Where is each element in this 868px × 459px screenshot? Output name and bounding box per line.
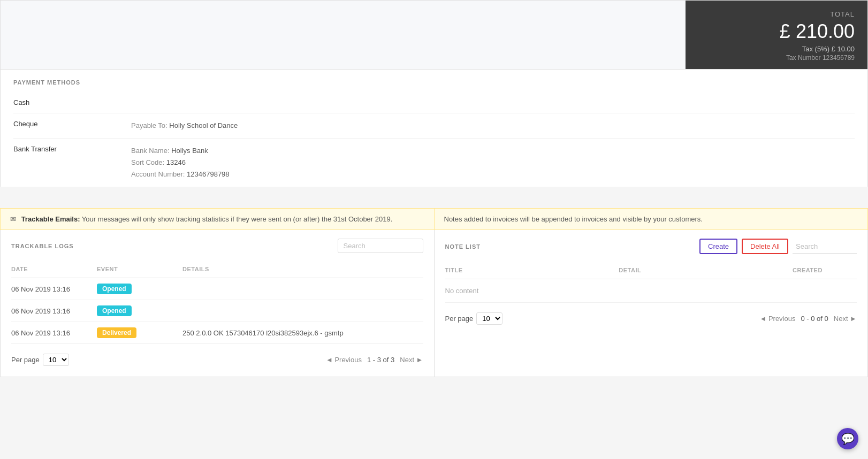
notes-col-detail: DETAIL: [619, 265, 793, 276]
bottom-section: TRACKABLE LOGS DATE EVENT DETAILS 06 Nov…: [0, 230, 868, 377]
trackable-logs-pagination: Per page 10 25 50 ◄ Previous 1 - 3 of 3 …: [11, 348, 423, 368]
note-no-content: No content: [445, 279, 857, 303]
logs-per-page-select[interactable]: 10 25 50: [43, 354, 69, 366]
log-event-3: Delivered: [97, 327, 182, 338]
logs-per-page-label: Per page: [11, 356, 40, 364]
notes-col-title: TITLE: [445, 265, 619, 276]
payment-cheque-detail: Payable To: Holly School of Dance: [131, 120, 855, 132]
log-date-1: 06 Nov 2019 13:16: [11, 285, 97, 293]
log-event-2: Opened: [97, 305, 182, 316]
envelope-icon: ✉: [10, 215, 16, 223]
note-list-actions: Create Delete All: [699, 239, 857, 254]
note-list-header: NOTE LIST Create Delete All: [445, 239, 857, 254]
trackable-emails-banner: ✉ Trackable Emails: Your messages will o…: [0, 208, 435, 230]
total-panel: TOTAL £ 210.00 Tax (5%) £ 10.00 Tax Numb…: [686, 1, 867, 69]
top-left-area: [1, 1, 686, 69]
trackable-emails-bold: Trackable Emails:: [21, 215, 80, 223]
payment-cash-name: Cash: [13, 98, 131, 106]
table-row: 06 Nov 2019 13:16 Opened: [11, 278, 423, 300]
logs-prev-button[interactable]: ◄ Previous: [326, 356, 362, 364]
notes-next-button[interactable]: Next ►: [834, 315, 857, 323]
tax-number: Tax Number 123456789: [698, 54, 855, 62]
logs-next-button[interactable]: Next ►: [400, 356, 423, 364]
log-details-3: 250 2.0.0 OK 1573046170 l20si382593ejx.6…: [182, 329, 423, 337]
top-section: TOTAL £ 210.00 Tax (5%) £ 10.00 Tax Numb…: [0, 0, 868, 70]
payment-row-cheque: Cheque Payable To: Holly School of Dance: [13, 113, 855, 139]
notes-prev-button[interactable]: ◄ Previous: [759, 315, 795, 323]
notes-pagination-nav: ◄ Previous 0 - 0 of 0 Next ►: [759, 315, 857, 323]
note-list-panel: NOTE LIST Create Delete All TITLE DETAIL…: [435, 230, 868, 377]
log-date-3: 06 Nov 2019 13:16: [11, 329, 97, 337]
delete-all-notes-button[interactable]: Delete All: [742, 239, 788, 254]
notes-banner: Notes added to invoices will be appended…: [435, 208, 869, 230]
log-event-1: Opened: [97, 284, 182, 294]
create-note-button[interactable]: Create: [699, 239, 737, 254]
notes-pagination-info: 0 - 0 of 0: [801, 315, 828, 323]
payment-row-cash: Cash: [13, 92, 855, 113]
note-list-title: NOTE LIST: [445, 243, 481, 250]
logs-col-date: DATE: [11, 264, 97, 274]
table-row: 06 Nov 2019 13:16 Opened: [11, 300, 423, 322]
note-list-pagination: Per page 10 25 50 ◄ Previous 0 - 0 of 0 …: [445, 307, 857, 327]
payment-row-bank-transfer: Bank Transfer Bank Name: Hollys Bank Sor…: [13, 139, 855, 187]
logs-col-details: DETAILS: [182, 264, 423, 274]
payment-cheque-name: Cheque: [13, 120, 131, 128]
note-list-search[interactable]: [793, 240, 857, 254]
total-amount: £ 210.00: [698, 20, 855, 43]
trackable-logs-title: TRACKABLE LOGS: [11, 243, 74, 249]
logs-pagination-nav: ◄ Previous 1 - 3 of 3 Next ►: [326, 356, 423, 364]
table-row: 06 Nov 2019 13:16 Delivered 250 2.0.0 OK…: [11, 322, 423, 344]
logs-pagination-info: 1 - 3 of 3: [367, 356, 394, 364]
notes-per-page: Per page 10 25 50: [445, 312, 503, 325]
notes-per-page-label: Per page: [445, 315, 474, 323]
logs-col-event: EVENT: [97, 264, 182, 274]
payment-bank-detail: Bank Name: Hollys Bank Sort Code: 13246 …: [131, 145, 855, 180]
notification-banners: ✉ Trackable Emails: Your messages will o…: [0, 208, 868, 230]
trackable-logs-search[interactable]: [338, 239, 423, 253]
notes-banner-text: Notes added to invoices will be appended…: [444, 215, 703, 223]
trackable-emails-text: Your messages will only show tracking st…: [82, 215, 392, 223]
notes-per-page-select[interactable]: 10 25 50: [476, 312, 502, 325]
trackable-logs-table-header: DATE EVENT DETAILS: [11, 261, 423, 278]
trackable-logs-header: TRACKABLE LOGS: [11, 239, 423, 253]
trackable-logs-panel: TRACKABLE LOGS DATE EVENT DETAILS 06 Nov…: [1, 230, 435, 377]
total-label: TOTAL: [698, 10, 855, 18]
log-date-2: 06 Nov 2019 13:16: [11, 307, 97, 315]
payment-methods-label: PAYMENT METHODS: [13, 79, 855, 86]
note-list-table-header: TITLE DETAIL CREATED: [445, 262, 857, 279]
logs-per-page: Per page 10 25 50: [11, 354, 69, 366]
notes-col-created: CREATED: [793, 265, 857, 276]
total-tax: Tax (5%) £ 10.00: [698, 45, 855, 53]
payment-methods-section: PAYMENT METHODS Cash Cheque Payable To: …: [0, 70, 868, 187]
payment-bank-name: Bank Transfer: [13, 145, 131, 153]
